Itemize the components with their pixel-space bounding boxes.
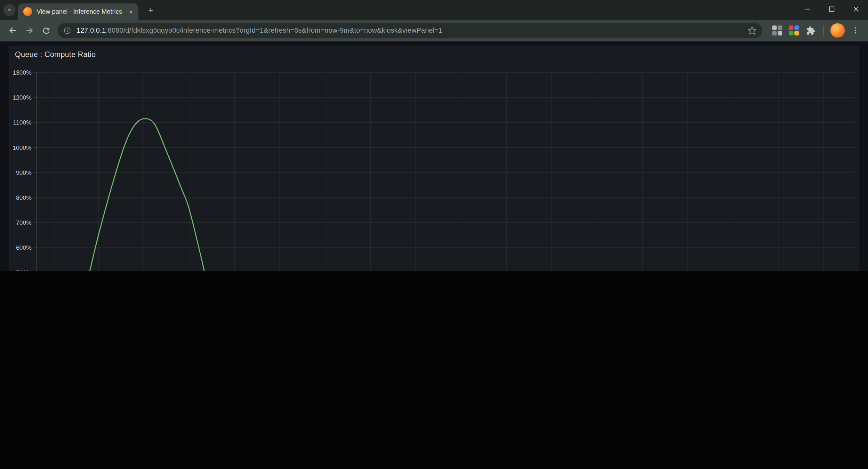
grafana-favicon-icon bbox=[23, 7, 32, 16]
toolbar-separator bbox=[823, 26, 824, 35]
plus-icon bbox=[147, 6, 154, 13]
browser-window: View panel - Inference Metrics bbox=[0, 0, 868, 271]
reload-icon bbox=[41, 26, 51, 35]
extension-grid-icon bbox=[772, 26, 782, 35]
browser-toolbar: 127.0.0.1:8080/d/fdklsxg5qqyo0c/inferenc… bbox=[0, 20, 868, 41]
close-window-icon bbox=[853, 6, 859, 12]
svg-text:800%: 800% bbox=[16, 194, 32, 201]
extension-colored-button[interactable] bbox=[785, 22, 802, 39]
bookmark-star-icon[interactable] bbox=[747, 26, 756, 35]
url-path: :8080/d/fdklsxg5qqyo0c/inference-metrics… bbox=[105, 27, 442, 34]
site-info-icon[interactable] bbox=[63, 26, 71, 35]
svg-text:1200%: 1200% bbox=[12, 94, 31, 101]
kebab-menu-icon bbox=[851, 26, 860, 35]
forward-icon bbox=[24, 26, 34, 35]
back-button[interactable] bbox=[4, 22, 21, 39]
svg-text:1000%: 1000% bbox=[12, 145, 31, 151]
back-icon bbox=[8, 26, 18, 35]
tab-close-button[interactable] bbox=[126, 7, 135, 16]
grafana-panel: Queue : Compute Ratio 0%100%200%300%400%… bbox=[9, 46, 859, 271]
minimize-button[interactable] bbox=[795, 0, 819, 18]
close-window-button[interactable] bbox=[844, 0, 868, 18]
new-tab-button[interactable] bbox=[144, 3, 158, 17]
svg-text:1300%: 1300% bbox=[12, 69, 31, 76]
browser-tab[interactable]: View panel - Inference Metrics bbox=[18, 3, 138, 20]
window-controls bbox=[795, 0, 868, 18]
extension-monochrome-button[interactable] bbox=[769, 22, 786, 39]
svg-text:700%: 700% bbox=[16, 219, 32, 226]
close-icon bbox=[128, 9, 133, 14]
address-bar[interactable]: 127.0.0.1:8080/d/fdklsxg5qqyo0c/inferenc… bbox=[58, 23, 763, 38]
timeseries-chart[interactable]: 0%100%200%300%400%500%600%700%800%900%10… bbox=[9, 46, 859, 271]
reload-button[interactable] bbox=[38, 22, 54, 39]
url-text[interactable]: 127.0.0.1:8080/d/fdklsxg5qqyo0c/inferenc… bbox=[76, 27, 747, 34]
extension-colored-icon bbox=[789, 26, 799, 35]
tab-search-button[interactable] bbox=[3, 4, 16, 16]
url-host: 127.0.0.1 bbox=[76, 27, 106, 34]
forward-button[interactable] bbox=[21, 22, 38, 39]
svg-text:1100%: 1100% bbox=[13, 119, 32, 126]
minimize-icon bbox=[804, 6, 810, 12]
maximize-icon bbox=[828, 6, 834, 12]
tab-title: View panel - Inference Metrics bbox=[36, 8, 123, 15]
tab-strip: View panel - Inference Metrics bbox=[0, 0, 868, 20]
extensions-button[interactable] bbox=[802, 22, 819, 39]
panel-title: Queue : Compute Ratio bbox=[15, 50, 96, 59]
grafana-kiosk-page: Queue : Compute Ratio 0%100%200%300%400%… bbox=[0, 42, 868, 271]
svg-text:900%: 900% bbox=[16, 169, 32, 176]
maximize-button[interactable] bbox=[819, 0, 844, 18]
puzzle-icon bbox=[806, 26, 815, 35]
chevron-down-icon bbox=[6, 7, 13, 13]
profile-avatar[interactable] bbox=[831, 23, 845, 38]
browser-menu-button[interactable] bbox=[847, 22, 864, 39]
series-line bbox=[36, 119, 824, 271]
svg-text:500%: 500% bbox=[16, 269, 32, 271]
svg-text:600%: 600% bbox=[16, 244, 32, 251]
